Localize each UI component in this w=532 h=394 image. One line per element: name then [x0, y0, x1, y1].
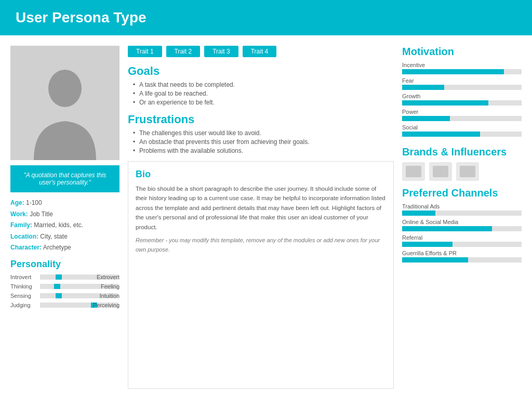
channel-bars: Traditional Ads Online & Social Media Re… [402, 203, 522, 262]
trait-right-label: Perceiving [88, 302, 119, 308]
channel-bar-label: Referral [402, 234, 522, 241]
trait-tag: Trait 2 [166, 46, 201, 57]
personality-trait-row: Judging Perceiving [10, 302, 119, 308]
channel-bar-track [402, 211, 522, 216]
motivation-bar-row: Power [402, 109, 522, 121]
motivation-bar-label: Power [402, 109, 522, 115]
goal-item: A task that needs to be completed. [133, 81, 394, 88]
channel-bar-track [402, 226, 522, 231]
channel-bar-label: Traditional Ads [402, 203, 522, 209]
channel-bar-fill [402, 257, 468, 262]
motivation-bar-row: Incentive [402, 62, 522, 74]
bio-body: The bio should be a short paragraph to d… [136, 184, 386, 232]
work-detail: Work: Job Title [10, 209, 119, 220]
middle-column: Trait 1Trait 2Trait 3Trait 4 Goals A tas… [128, 46, 394, 389]
page-title: User Persona Type [16, 9, 516, 26]
right-column: Motivation Incentive Fear Growth Power S… [402, 46, 522, 389]
channels-section: Preferred Channels Traditional Ads Onlin… [402, 187, 522, 266]
motivation-title: Motivation [402, 46, 522, 58]
channel-bar-label: Guerrilla Efforts & PR [402, 250, 522, 256]
trait-bar-marker [56, 274, 62, 280]
motivation-bar-row: Growth [402, 93, 522, 106]
goals-list: A task that needs to be completed.A life… [128, 81, 394, 106]
channel-bar-fill [402, 242, 453, 247]
trait-right-label: Extrovert [88, 274, 119, 280]
quote-text: "A quotation that captures this user's p… [23, 172, 106, 186]
goal-item: A life goal to be reached. [133, 90, 394, 97]
channel-bar-track [402, 242, 522, 247]
avatar [10, 46, 119, 160]
channel-bar-row: Referral [402, 234, 522, 247]
brand-icons [402, 162, 522, 181]
motivation-bar-fill [402, 132, 480, 137]
header: User Persona Type [0, 0, 532, 35]
trait-bar-marker [54, 284, 60, 289]
frustration-item: An obstacle that prevents this user from… [133, 138, 394, 146]
channels-title: Preferred Channels [402, 187, 522, 199]
motivation-bar-label: Growth [402, 93, 522, 99]
page: User Persona Type "A quotation that capt… [0, 0, 532, 394]
brands-title: Brands & Influencers [402, 146, 522, 158]
trait-left-label: Judging [10, 302, 39, 308]
motivation-bar-fill [402, 116, 450, 121]
channel-bar-row: Online & Social Media [402, 219, 522, 231]
channel-bar-label: Online & Social Media [402, 219, 522, 225]
bio-note: Remember - you may modify this template,… [136, 236, 386, 254]
location-detail: Location: City, state [10, 231, 119, 243]
goals-title: Goals [128, 64, 394, 78]
trait-left-label: Introvert [10, 274, 39, 280]
brand-icon-3 [456, 162, 479, 181]
brands-section: Brands & Influencers [402, 146, 522, 181]
personality-bars: Introvert Extrovert Thinking Feeling Sen… [10, 274, 119, 308]
motivation-section: Motivation Incentive Fear Growth Power S… [402, 46, 522, 140]
left-column: "A quotation that captures this user's p… [10, 46, 119, 389]
trait-right-label: Intuition [88, 293, 119, 299]
bio-box: Bio The bio should be a short paragraph … [128, 161, 394, 389]
motivation-bar-track [402, 85, 522, 90]
trait-tag: Trait 3 [204, 46, 238, 57]
personality-trait-row: Sensing Intuition [10, 293, 119, 299]
channel-bar-fill [402, 226, 492, 231]
frustration-item: The challenges this user would like to a… [133, 129, 394, 137]
svg-point-0 [48, 70, 82, 107]
channel-bar-track [402, 257, 522, 262]
trait-right-label: Feeling [88, 283, 119, 290]
bio-details: Age: 1-100 Work: Job Title Family: Marri… [10, 198, 119, 254]
frustrations-section: Frustrations The challenges this user wo… [128, 113, 394, 156]
trait-tags-row: Trait 1Trait 2Trait 3Trait 4 [128, 46, 394, 57]
trait-tag: Trait 1 [128, 46, 162, 57]
channel-bar-row: Guerrilla Efforts & PR [402, 250, 522, 262]
brand-icon-1 [402, 162, 425, 181]
motivation-bar-track [402, 69, 522, 74]
main-content: "A quotation that captures this user's p… [0, 35, 532, 394]
personality-section: Personality Introvert Extrovert Thinking… [10, 259, 119, 311]
personality-trait-row: Thinking Feeling [10, 283, 119, 290]
personality-title: Personality [10, 259, 119, 270]
motivation-bars: Incentive Fear Growth Power Social [402, 62, 522, 137]
goals-section: Goals A task that needs to be completed.… [128, 64, 394, 108]
channel-bar-fill [402, 211, 435, 216]
motivation-bar-label: Fear [402, 77, 522, 84]
trait-left-label: Thinking [10, 283, 39, 290]
goal-item: Or an experience to be felt. [133, 99, 394, 106]
motivation-bar-track [402, 132, 522, 137]
motivation-bar-fill [402, 100, 488, 106]
motivation-bar-fill [402, 69, 504, 74]
quote-box: "A quotation that captures this user's p… [10, 165, 119, 192]
personality-trait-row: Introvert Extrovert [10, 274, 119, 280]
motivation-bar-row: Fear [402, 77, 522, 90]
channel-bar-row: Traditional Ads [402, 203, 522, 216]
brand-icon-2 [429, 162, 452, 181]
motivation-bar-row: Social [402, 124, 522, 137]
frustrations-list: The challenges this user would like to a… [128, 129, 394, 154]
motivation-bar-track [402, 100, 522, 106]
motivation-bar-track [402, 116, 522, 121]
bio-title: Bio [136, 169, 386, 180]
frustrations-title: Frustrations [128, 113, 394, 126]
motivation-bar-label: Social [402, 124, 522, 130]
frustration-item: Problems with the available solutions. [133, 147, 394, 154]
trait-tag: Trait 4 [243, 46, 277, 57]
motivation-bar-fill [402, 85, 444, 90]
character-detail: Character: Archetype [10, 242, 119, 254]
motivation-bar-label: Incentive [402, 62, 522, 68]
